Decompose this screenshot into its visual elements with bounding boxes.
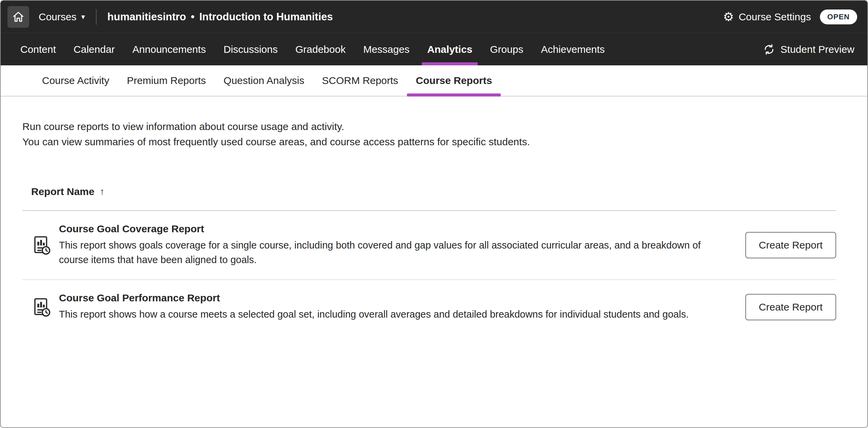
tab-messages[interactable]: Messages bbox=[354, 33, 418, 65]
student-preview-icon bbox=[763, 43, 775, 56]
report-description: This report shows goals coverage for a s… bbox=[59, 238, 722, 267]
topbar-right: ⚙ Course Settings OPEN bbox=[723, 9, 857, 24]
report-row-coverage: Course Goal Coverage Report This report … bbox=[22, 211, 836, 279]
intro-line-1: Run course reports to view information a… bbox=[22, 119, 836, 134]
gear-icon: ⚙ bbox=[723, 11, 734, 23]
tab-calendar[interactable]: Calendar bbox=[65, 33, 124, 65]
report-title: Course Goal Coverage Report bbox=[59, 223, 722, 235]
chevron-down-icon: ▾ bbox=[81, 13, 85, 21]
course-settings-label: Course Settings bbox=[739, 11, 811, 23]
course-id: humanitiesintro bbox=[107, 11, 186, 23]
sort-by-report-name-button[interactable]: Report Name ↑ bbox=[31, 186, 105, 197]
open-status-badge[interactable]: OPEN bbox=[820, 9, 857, 24]
course-reports-panel: Run course reports to view information a… bbox=[1, 97, 867, 427]
create-report-button-performance[interactable]: Create Report bbox=[745, 294, 836, 320]
subtab-premium-reports[interactable]: Premium Reports bbox=[118, 65, 214, 96]
course-window: Courses ▾ humanitiesintro • Introduction… bbox=[0, 0, 868, 428]
intro-text: Run course reports to view information a… bbox=[22, 119, 836, 149]
tab-discussions[interactable]: Discussions bbox=[215, 33, 287, 65]
sort-ascending-icon: ↑ bbox=[100, 186, 105, 197]
subtab-course-reports[interactable]: Course Reports bbox=[407, 65, 501, 96]
tab-achievements[interactable]: Achievements bbox=[532, 33, 614, 65]
home-icon bbox=[12, 11, 24, 23]
course-settings-button[interactable]: ⚙ Course Settings bbox=[723, 11, 811, 23]
tab-analytics[interactable]: Analytics bbox=[418, 33, 481, 65]
topbar: Courses ▾ humanitiesintro • Introduction… bbox=[1, 1, 867, 33]
tab-content[interactable]: Content bbox=[12, 33, 65, 65]
tab-groups[interactable]: Groups bbox=[481, 33, 532, 65]
courses-label: Courses bbox=[39, 11, 77, 23]
course-nav: Content Calendar Announcements Discussio… bbox=[1, 33, 867, 65]
report-info: Course Goal Coverage Report This report … bbox=[59, 223, 745, 267]
report-title: Course Goal Performance Report bbox=[59, 292, 722, 304]
report-row-performance: Course Goal Performance Report This repo… bbox=[22, 279, 836, 334]
home-button[interactable] bbox=[7, 6, 29, 28]
report-name-column-label: Report Name bbox=[31, 186, 95, 197]
report-info: Course Goal Performance Report This repo… bbox=[59, 292, 745, 322]
breadcrumb: humanitiesintro • Introduction to Humani… bbox=[107, 11, 333, 23]
topbar-divider bbox=[96, 9, 97, 25]
analytics-subnav: Course Activity Premium Reports Question… bbox=[1, 65, 867, 97]
create-report-button-coverage[interactable]: Create Report bbox=[745, 232, 836, 258]
courses-dropdown[interactable]: Courses ▾ bbox=[39, 11, 85, 23]
breadcrumb-separator: • bbox=[191, 11, 194, 23]
report-document-clock-icon bbox=[32, 297, 51, 317]
report-document-clock-icon bbox=[32, 235, 51, 255]
student-preview-label: Student Preview bbox=[781, 44, 854, 55]
subtab-question-analysis[interactable]: Question Analysis bbox=[215, 65, 313, 96]
tab-announcements[interactable]: Announcements bbox=[124, 33, 215, 65]
tab-gradebook[interactable]: Gradebook bbox=[287, 33, 354, 65]
report-description: This report shows how a course meets a s… bbox=[59, 307, 722, 322]
subtab-scorm-reports[interactable]: SCORM Reports bbox=[313, 65, 407, 96]
student-preview-button[interactable]: Student Preview bbox=[761, 33, 856, 65]
intro-line-2: You can view summaries of most frequentl… bbox=[22, 134, 836, 149]
report-list-header: Report Name ↑ bbox=[22, 186, 836, 197]
subtab-course-activity[interactable]: Course Activity bbox=[33, 65, 118, 96]
course-title: Introduction to Humanities bbox=[199, 11, 333, 23]
